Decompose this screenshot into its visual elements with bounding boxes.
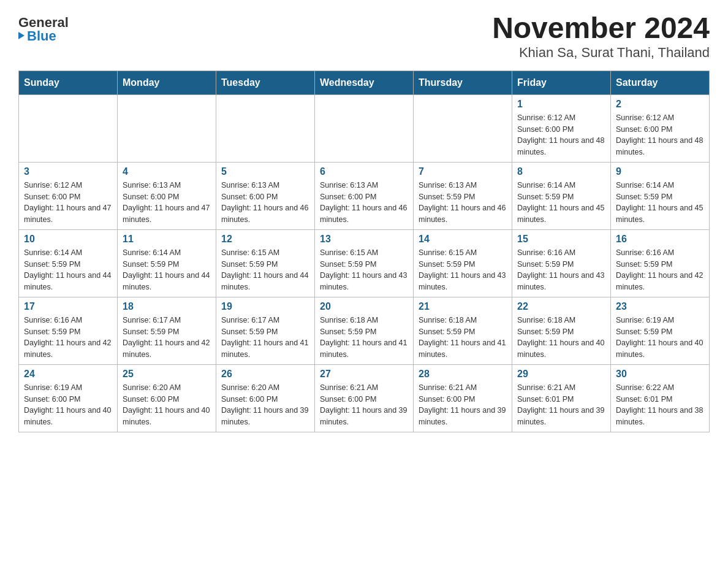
day-number: 8 [517, 166, 605, 177]
day-info: Sunrise: 6:17 AMSunset: 5:59 PMDaylight:… [221, 315, 309, 361]
day-info: Sunrise: 6:15 AMSunset: 5:59 PMDaylight:… [419, 247, 507, 293]
day-info: Sunrise: 6:16 AMSunset: 5:59 PMDaylight:… [616, 247, 704, 293]
calendar-day-cell: 26Sunrise: 6:20 AMSunset: 6:00 PMDayligh… [216, 364, 315, 432]
day-info: Sunrise: 6:20 AMSunset: 6:00 PMDaylight:… [221, 382, 309, 428]
calendar-day-cell: 24Sunrise: 6:19 AMSunset: 6:00 PMDayligh… [19, 364, 118, 432]
day-info: Sunrise: 6:12 AMSunset: 6:00 PMDaylight:… [616, 112, 704, 158]
calendar-day-cell: 22Sunrise: 6:18 AMSunset: 5:59 PMDayligh… [512, 297, 611, 364]
day-number: 10 [24, 234, 112, 245]
day-number: 12 [221, 234, 309, 245]
calendar-day-cell: 30Sunrise: 6:22 AMSunset: 6:01 PMDayligh… [611, 364, 710, 432]
calendar-week-row: 24Sunrise: 6:19 AMSunset: 6:00 PMDayligh… [19, 364, 710, 432]
calendar-day-cell: 1Sunrise: 6:12 AMSunset: 6:00 PMDaylight… [512, 94, 611, 162]
day-number: 13 [320, 234, 408, 245]
day-number: 9 [616, 166, 704, 177]
day-info: Sunrise: 6:22 AMSunset: 6:01 PMDaylight:… [616, 382, 704, 428]
calendar-day-cell: 29Sunrise: 6:21 AMSunset: 6:01 PMDayligh… [512, 364, 611, 432]
day-info: Sunrise: 6:17 AMSunset: 5:59 PMDaylight:… [123, 315, 211, 361]
calendar-subtitle: Khian Sa, Surat Thani, Thailand [492, 45, 710, 61]
day-number: 7 [419, 166, 507, 177]
day-info: Sunrise: 6:13 AMSunset: 6:00 PMDaylight:… [320, 180, 408, 226]
day-number: 6 [320, 166, 408, 177]
day-info: Sunrise: 6:21 AMSunset: 6:00 PMDaylight:… [320, 382, 408, 428]
calendar-day-cell: 6Sunrise: 6:13 AMSunset: 6:00 PMDaylight… [315, 162, 414, 229]
day-number: 20 [320, 301, 408, 312]
day-number: 28 [419, 369, 507, 380]
day-number: 27 [320, 369, 408, 380]
day-info: Sunrise: 6:18 AMSunset: 5:59 PMDaylight:… [320, 315, 408, 361]
day-info: Sunrise: 6:13 AMSunset: 5:59 PMDaylight:… [419, 180, 507, 226]
calendar-day-cell [414, 94, 512, 162]
day-number: 4 [123, 166, 211, 177]
calendar-day-cell: 4Sunrise: 6:13 AMSunset: 6:00 PMDaylight… [118, 162, 216, 229]
day-number: 16 [616, 234, 704, 245]
calendar-day-cell: 10Sunrise: 6:14 AMSunset: 5:59 PMDayligh… [19, 229, 118, 297]
day-number: 19 [221, 301, 309, 312]
day-info: Sunrise: 6:13 AMSunset: 6:00 PMDaylight:… [123, 180, 211, 226]
day-info: Sunrise: 6:14 AMSunset: 5:59 PMDaylight:… [616, 180, 704, 226]
calendar-day-cell: 15Sunrise: 6:16 AMSunset: 5:59 PMDayligh… [512, 229, 611, 297]
calendar-day-cell [118, 94, 216, 162]
day-info: Sunrise: 6:19 AMSunset: 5:59 PMDaylight:… [616, 315, 704, 361]
day-number: 24 [24, 369, 112, 380]
day-number: 1 [517, 99, 605, 110]
day-number: 30 [616, 369, 704, 380]
day-info: Sunrise: 6:16 AMSunset: 5:59 PMDaylight:… [517, 247, 605, 293]
calendar-day-cell: 16Sunrise: 6:16 AMSunset: 5:59 PMDayligh… [611, 229, 710, 297]
calendar-day-cell: 19Sunrise: 6:17 AMSunset: 5:59 PMDayligh… [216, 297, 315, 364]
day-number: 23 [616, 301, 704, 312]
calendar-week-row: 3Sunrise: 6:12 AMSunset: 6:00 PMDaylight… [19, 162, 710, 229]
day-number: 11 [123, 234, 211, 245]
day-info: Sunrise: 6:18 AMSunset: 5:59 PMDaylight:… [419, 315, 507, 361]
logo-general-text: General [18, 16, 69, 29]
day-info: Sunrise: 6:15 AMSunset: 5:59 PMDaylight:… [320, 247, 408, 293]
day-of-week-header: Wednesday [315, 71, 414, 94]
day-info: Sunrise: 6:13 AMSunset: 6:00 PMDaylight:… [221, 180, 309, 226]
day-number: 2 [616, 99, 704, 110]
logo-blue-text: Blue [18, 29, 56, 43]
calendar-day-cell: 12Sunrise: 6:15 AMSunset: 5:59 PMDayligh… [216, 229, 315, 297]
day-info: Sunrise: 6:12 AMSunset: 6:00 PMDaylight:… [24, 180, 112, 226]
calendar-day-cell: 8Sunrise: 6:14 AMSunset: 5:59 PMDaylight… [512, 162, 611, 229]
day-info: Sunrise: 6:14 AMSunset: 5:59 PMDaylight:… [123, 247, 211, 293]
day-of-week-header: Friday [512, 71, 611, 94]
day-info: Sunrise: 6:14 AMSunset: 5:59 PMDaylight:… [24, 247, 112, 293]
calendar-day-cell: 20Sunrise: 6:18 AMSunset: 5:59 PMDayligh… [315, 297, 414, 364]
day-info: Sunrise: 6:20 AMSunset: 6:00 PMDaylight:… [123, 382, 211, 428]
page-header: General Blue November 2024 Khian Sa, Sur… [18, 12, 710, 61]
calendar-day-cell: 3Sunrise: 6:12 AMSunset: 6:00 PMDaylight… [19, 162, 118, 229]
calendar-header-row: SundayMondayTuesdayWednesdayThursdayFrid… [19, 71, 710, 94]
calendar-title: November 2024 [492, 12, 710, 45]
day-info: Sunrise: 6:16 AMSunset: 5:59 PMDaylight:… [24, 315, 112, 361]
calendar-day-cell: 14Sunrise: 6:15 AMSunset: 5:59 PMDayligh… [414, 229, 512, 297]
calendar-day-cell [216, 94, 315, 162]
calendar-week-row: 17Sunrise: 6:16 AMSunset: 5:59 PMDayligh… [19, 297, 710, 364]
calendar-day-cell: 5Sunrise: 6:13 AMSunset: 6:00 PMDaylight… [216, 162, 315, 229]
calendar-day-cell: 21Sunrise: 6:18 AMSunset: 5:59 PMDayligh… [414, 297, 512, 364]
day-number: 5 [221, 166, 309, 177]
calendar-day-cell: 25Sunrise: 6:20 AMSunset: 6:00 PMDayligh… [118, 364, 216, 432]
day-number: 14 [419, 234, 507, 245]
day-info: Sunrise: 6:15 AMSunset: 5:59 PMDaylight:… [221, 247, 309, 293]
calendar-week-row: 1Sunrise: 6:12 AMSunset: 6:00 PMDaylight… [19, 94, 710, 162]
day-info: Sunrise: 6:18 AMSunset: 5:59 PMDaylight:… [517, 315, 605, 361]
day-number: 29 [517, 369, 605, 380]
day-info: Sunrise: 6:21 AMSunset: 6:01 PMDaylight:… [517, 382, 605, 428]
day-number: 3 [24, 166, 112, 177]
title-block: November 2024 Khian Sa, Surat Thani, Tha… [492, 12, 710, 61]
calendar-day-cell [19, 94, 118, 162]
calendar-day-cell [315, 94, 414, 162]
day-number: 21 [419, 301, 507, 312]
calendar-day-cell: 7Sunrise: 6:13 AMSunset: 5:59 PMDaylight… [414, 162, 512, 229]
day-info: Sunrise: 6:14 AMSunset: 5:59 PMDaylight:… [517, 180, 605, 226]
calendar-day-cell: 23Sunrise: 6:19 AMSunset: 5:59 PMDayligh… [611, 297, 710, 364]
day-of-week-header: Sunday [19, 71, 118, 94]
calendar-day-cell: 18Sunrise: 6:17 AMSunset: 5:59 PMDayligh… [118, 297, 216, 364]
day-number: 26 [221, 369, 309, 380]
calendar-week-row: 10Sunrise: 6:14 AMSunset: 5:59 PMDayligh… [19, 229, 710, 297]
calendar-day-cell: 13Sunrise: 6:15 AMSunset: 5:59 PMDayligh… [315, 229, 414, 297]
calendar-day-cell: 28Sunrise: 6:21 AMSunset: 6:00 PMDayligh… [414, 364, 512, 432]
calendar-day-cell: 2Sunrise: 6:12 AMSunset: 6:00 PMDaylight… [611, 94, 710, 162]
day-of-week-header: Thursday [414, 71, 512, 94]
day-number: 18 [123, 301, 211, 312]
